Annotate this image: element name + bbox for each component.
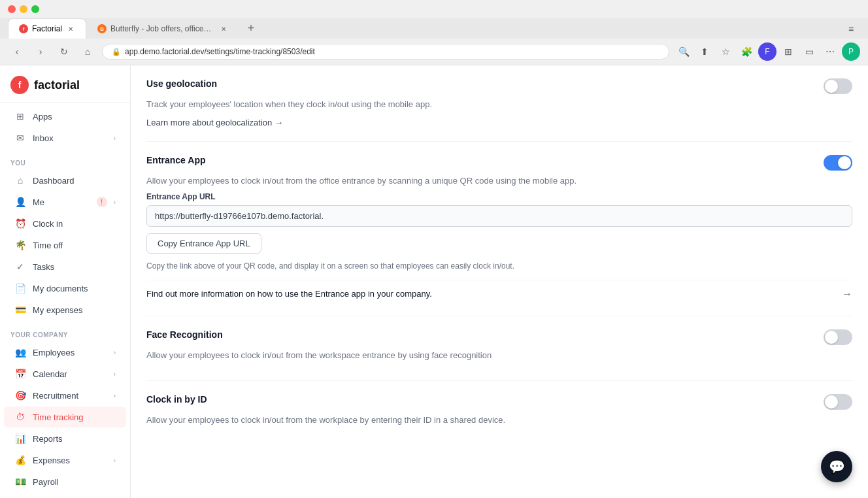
lock-icon: 🔒 (112, 48, 121, 56)
entrance-app-info-link[interactable]: Find out more information on how to use … (146, 280, 852, 303)
payroll-icon: 💵 (14, 476, 26, 488)
browser-chrome: f Factorial ✕ B Butterfly - Job offers, … (0, 0, 868, 65)
chat-bubble-button[interactable]: 💬 (821, 451, 852, 482)
geolocation-setting: Use geolocation Track your employees' lo… (146, 65, 852, 142)
sidebar-toggle-icon[interactable]: ▭ (800, 42, 818, 61)
sidebar-item-clock-in[interactable]: ⏰ Clock in (4, 213, 126, 234)
apps-icon: ⊞ (14, 110, 26, 122)
close-window-button[interactable] (8, 5, 16, 13)
sidebar-item-recruitment-label: Recruitment (33, 391, 107, 401)
clock-in-by-id-toggle-knob (825, 395, 838, 408)
sidebar-item-employees-label: Employees (33, 348, 107, 357)
clock-in-icon: ⏰ (14, 218, 26, 229)
face-recognition-description: Allow your employees to clock in/out fro… (146, 349, 852, 362)
browser-menu-icon[interactable]: ≡ (842, 20, 860, 38)
my-documents-icon: 📄 (14, 282, 26, 294)
sidebar-item-expenses-label: Expenses (33, 456, 107, 465)
face-recognition-toggle[interactable] (824, 329, 852, 345)
copy-entrance-app-url-button[interactable]: Copy Entrance App URL (146, 233, 261, 254)
address-bar[interactable]: 🔒 app.demo.factorial.dev/settings/time-t… (102, 44, 669, 59)
sidebar-item-employees[interactable]: 👥 Employees › (4, 342, 126, 363)
time-tracking-icon: ⏱ (14, 411, 26, 423)
home-button[interactable]: ⌂ (78, 42, 97, 61)
profiles-icon[interactable]: F (758, 42, 776, 61)
calendar-chevron: › (114, 371, 116, 378)
sidebar-item-tasks[interactable]: ✓ Tasks (4, 256, 126, 277)
sidebar-item-clock-in-label: Clock in (33, 219, 116, 229)
bookmark-icon[interactable]: ☆ (716, 42, 735, 61)
sidebar-item-my-documents[interactable]: 📄 My documents (4, 278, 126, 299)
sidebar-item-dashboard[interactable]: ⌂ Dashboard (4, 170, 126, 191)
sidebar-item-me[interactable]: 👤 Me ! › (4, 191, 126, 212)
sidebar-item-expenses[interactable]: 💰 Expenses › (4, 450, 126, 471)
sidebar-item-me-label: Me (33, 197, 90, 207)
geolocation-title: Use geolocation (146, 78, 217, 89)
sidebar-item-documents[interactable]: 📁 Documents › (4, 493, 126, 498)
maximize-window-button[interactable] (31, 5, 39, 13)
inbox-chevron: › (114, 135, 116, 142)
sidebar-item-payroll-label: Payroll (33, 477, 116, 487)
reload-button[interactable]: ↻ (55, 42, 73, 61)
calendar-icon: 📅 (14, 368, 26, 380)
tab-butterfly-label: Butterfly - Job offers, offices a... (110, 24, 215, 33)
sidebar-item-my-expenses[interactable]: 💳 My expenses (4, 299, 126, 320)
sidebar-item-time-off[interactable]: 🌴 Time off (4, 235, 126, 256)
traffic-lights (8, 5, 39, 13)
entrance-app-info-text: Find out more information on how to use … (146, 288, 432, 300)
sidebar-item-apps[interactable]: ⊞ Apps (4, 106, 126, 127)
sidebar-company-section: Your Company 👥 Employees › 📅 Calendar › … (0, 324, 130, 498)
new-tab-button[interactable]: + (242, 20, 260, 38)
entrance-app-url-input[interactable] (146, 205, 852, 227)
extensions-icon[interactable]: 🧩 (737, 42, 756, 61)
clock-in-by-id-title: Clock in by ID (146, 394, 207, 405)
entrance-app-title: Entrance App (146, 155, 206, 165)
forward-button[interactable]: › (31, 42, 50, 61)
geolocation-toggle[interactable] (824, 78, 852, 94)
address-bar-row: ‹ › ↻ ⌂ 🔒 app.demo.factorial.dev/setting… (0, 39, 868, 65)
share-icon[interactable]: ⬆ (695, 42, 714, 61)
more-icon[interactable]: ⋯ (821, 42, 839, 61)
sidebar-item-time-off-label: Time off (33, 241, 116, 250)
app-layout: f factorial ⊞ Apps ✉ Inbox › You ⌂ Dashb… (0, 65, 868, 498)
geolocation-header: Use geolocation (146, 78, 852, 94)
sidebar-item-tasks-label: Tasks (33, 262, 116, 272)
sidebar-item-recruitment[interactable]: 🎯 Recruitment › (4, 385, 126, 406)
entrance-app-header: Entrance App (146, 155, 852, 171)
sidebar-top-section: ⊞ Apps ✉ Inbox › (0, 103, 130, 152)
entrance-app-toggle[interactable] (824, 155, 852, 171)
clock-in-by-id-description: Allow your employees to clock in/out fro… (146, 414, 852, 427)
search-icon[interactable]: 🔍 (675, 42, 693, 61)
inbox-icon: ✉ (14, 132, 26, 144)
settings-content: Use geolocation Track your employees' lo… (131, 65, 868, 444)
entrance-app-toggle-knob (838, 156, 851, 169)
tab-factorial-label: Factorial (32, 24, 62, 33)
face-recognition-toggle-knob (825, 331, 838, 344)
tab-butterfly[interactable]: B Butterfly - Job offers, offices a... ✕ (86, 18, 239, 39)
minimize-window-button[interactable] (20, 5, 27, 13)
me-badge: ! (97, 197, 107, 207)
recruitment-chevron: › (114, 392, 116, 399)
tab-factorial-close[interactable]: ✕ (66, 24, 75, 33)
back-button[interactable]: ‹ (8, 42, 26, 61)
tab-factorial[interactable]: f Factorial ✕ (8, 18, 86, 39)
sidebar-item-calendar[interactable]: 📅 Calendar › (4, 363, 126, 384)
geolocation-learn-more-link[interactable]: Learn more about geolocalization → (146, 118, 283, 127)
employees-icon: 👥 (14, 346, 26, 358)
employees-chevron: › (114, 349, 116, 356)
sidebar-item-my-documents-label: My documents (33, 284, 116, 293)
sidebar-item-inbox[interactable]: ✉ Inbox › (4, 127, 126, 148)
me-chevron: › (114, 199, 116, 206)
copy-hint-text: Copy the link above of your QR code, and… (146, 260, 852, 272)
grid-icon[interactable]: ⊞ (779, 42, 797, 61)
logo-container: f factorial (10, 76, 120, 94)
sidebar-item-payroll[interactable]: 💵 Payroll (4, 471, 126, 492)
sidebar-item-apps-label: Apps (33, 112, 116, 122)
profile-avatar[interactable]: P (842, 42, 860, 61)
sidebar-item-dashboard-label: Dashboard (33, 176, 116, 186)
sidebar-item-time-tracking[interactable]: ⏱ Time tracking (4, 407, 126, 427)
sidebar-item-reports[interactable]: 📊 Reports (4, 428, 126, 449)
main-content: Use geolocation Track your employees' lo… (131, 65, 868, 498)
tab-butterfly-close[interactable]: ✕ (219, 24, 228, 33)
tasks-icon: ✓ (14, 261, 26, 273)
clock-in-by-id-toggle[interactable] (824, 394, 852, 410)
